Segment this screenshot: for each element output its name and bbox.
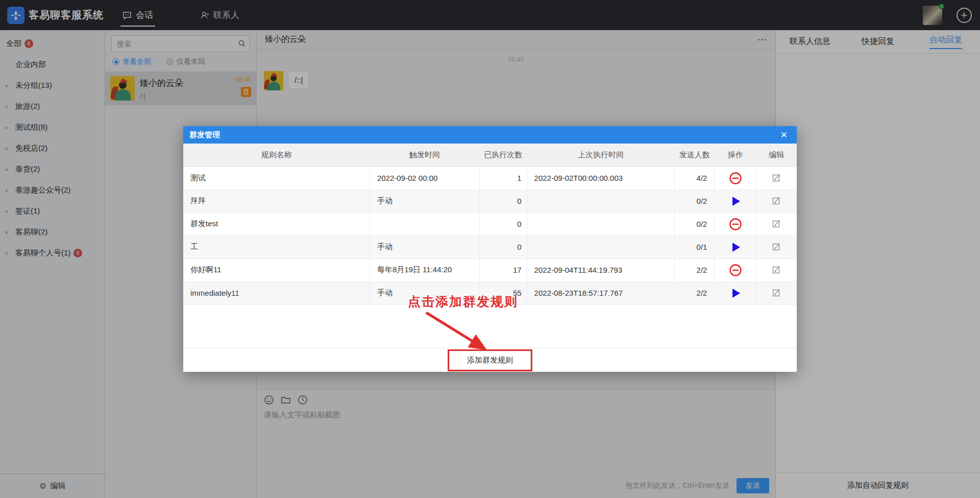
rule-toggle-button[interactable] bbox=[729, 196, 742, 204]
close-icon[interactable]: ✕ bbox=[777, 130, 791, 140]
rule-exec-count: 0 bbox=[480, 212, 527, 235]
table-row: 群发test 0 0/2 bbox=[183, 212, 797, 235]
edit-icon[interactable] bbox=[772, 175, 781, 183]
edit-icon[interactable] bbox=[772, 244, 781, 252]
rule-name: 你好啊11 bbox=[183, 258, 370, 281]
col-rule-name: 规则名称 bbox=[183, 144, 370, 167]
rule-last-exec: 2022-09-02T00:00:00.003 bbox=[527, 167, 675, 189]
rule-trigger: 每年8月19日 11:44:20 bbox=[370, 258, 479, 281]
play-icon bbox=[729, 195, 742, 207]
rule-toggle-button[interactable] bbox=[729, 173, 742, 181]
rule-exec-count: 55 bbox=[480, 281, 527, 304]
app-window: 客易聊客服系统 会话 联系人 + 全部 6 企业内部 ∨未分组(13) ∨旅游( bbox=[0, 0, 980, 498]
rule-toggle-button[interactable] bbox=[729, 242, 742, 250]
stop-icon bbox=[729, 172, 742, 185]
annotation-arrow bbox=[422, 310, 494, 353]
rule-name: 测试 bbox=[183, 167, 370, 189]
rule-name: 工 bbox=[183, 235, 370, 258]
rule-name: immediately11 bbox=[183, 281, 370, 304]
col-last-exec: 上次执行时间 bbox=[527, 144, 675, 167]
rule-last-exec: 2022-09-04T11:44:19.793 bbox=[527, 258, 675, 281]
rule-sent-count: 0/1 bbox=[675, 235, 715, 258]
rule-sent-count: 0/2 bbox=[675, 189, 715, 212]
rule-sent-count: 4/2 bbox=[675, 167, 715, 189]
rule-trigger: 2022-09-02 00:00 bbox=[370, 167, 479, 189]
play-icon bbox=[729, 241, 742, 253]
rule-trigger bbox=[370, 212, 479, 235]
rule-trigger: 手动 bbox=[370, 235, 479, 258]
rule-name: 拜拜 bbox=[183, 189, 370, 212]
play-icon bbox=[729, 287, 742, 299]
col-trigger-time: 触发时间 bbox=[370, 144, 479, 167]
stop-icon bbox=[729, 264, 742, 277]
rule-exec-count: 0 bbox=[480, 235, 527, 258]
mass-send-management-dialog: 群发管理 ✕ 规则名称 触发时间 已执行次数 上次执行时间 发送人数 操作 编辑 bbox=[183, 126, 797, 372]
rule-toggle-button[interactable] bbox=[729, 219, 742, 227]
dialog-title: 群发管理 bbox=[189, 130, 220, 140]
col-action: 操作 bbox=[715, 144, 756, 167]
rule-sent-count: 2/2 bbox=[675, 281, 715, 304]
rule-exec-count: 1 bbox=[480, 167, 527, 189]
rule-last-exec bbox=[527, 189, 675, 212]
rule-name: 群发test bbox=[183, 212, 370, 235]
table-row: 你好啊11 每年8月19日 11:44:20 17 2022-09-04T11:… bbox=[183, 258, 797, 281]
col-edit: 编辑 bbox=[756, 144, 797, 167]
rules-table: 规则名称 触发时间 已执行次数 上次执行时间 发送人数 操作 编辑 测试 202… bbox=[183, 144, 797, 305]
rule-trigger: 手动 bbox=[370, 281, 479, 304]
col-exec-count: 已执行次数 bbox=[480, 144, 527, 167]
edit-icon[interactable] bbox=[772, 290, 781, 298]
table-row: 工 手动 0 0/1 bbox=[183, 235, 797, 258]
rule-last-exec bbox=[527, 235, 675, 258]
rule-sent-count: 2/2 bbox=[675, 258, 715, 281]
stop-icon bbox=[729, 218, 742, 231]
rule-trigger: 手动 bbox=[370, 189, 479, 212]
rule-exec-count: 0 bbox=[480, 189, 527, 212]
table-header-row: 规则名称 触发时间 已执行次数 上次执行时间 发送人数 操作 编辑 bbox=[183, 144, 797, 167]
table-row: 拜拜 手动 0 0/2 bbox=[183, 189, 797, 212]
table-row: immediately11 手动 55 2022-08-23T18:57:17.… bbox=[183, 281, 797, 304]
rule-last-exec bbox=[527, 212, 675, 235]
rule-toggle-button[interactable] bbox=[729, 265, 742, 273]
edit-icon[interactable] bbox=[772, 198, 781, 206]
add-mass-send-rule-button[interactable]: 添加群发规则 bbox=[449, 351, 531, 370]
table-row: 测试 2022-09-02 00:00 1 2022-09-02T00:00:0… bbox=[183, 167, 797, 189]
rule-last-exec: 2022-08-23T18:57:17.767 bbox=[527, 281, 675, 304]
col-sent-count: 发送人数 bbox=[675, 144, 715, 167]
rule-toggle-button[interactable] bbox=[729, 288, 742, 296]
rule-sent-count: 0/2 bbox=[675, 212, 715, 235]
rule-exec-count: 17 bbox=[480, 258, 527, 281]
edit-icon[interactable] bbox=[772, 221, 781, 229]
edit-icon[interactable] bbox=[772, 267, 781, 275]
